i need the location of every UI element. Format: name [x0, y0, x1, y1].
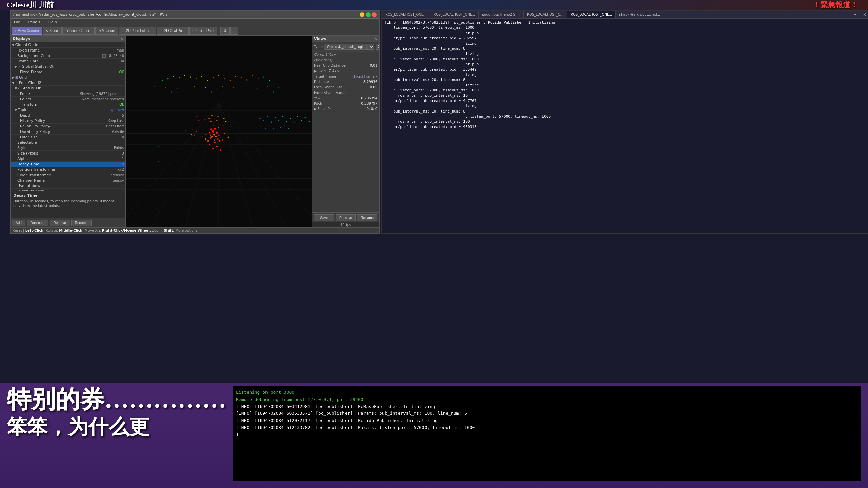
views-rename-button[interactable]: Rename	[357, 214, 377, 221]
tree-alpha[interactable]: Alpha 1	[11, 156, 125, 162]
views-panel-close[interactable]: ✕	[374, 37, 377, 41]
rviz-close-button[interactable]	[372, 12, 377, 17]
tree-arrow-global[interactable]: ▼	[12, 43, 15, 47]
terminal-tab-5[interactable]: ROS_LOCALHOST_ONL...	[567, 11, 616, 19]
svg-rect-72	[192, 129, 193, 130]
terminal-content[interactable]: [INFO] [1694700273.745823139] [pc_publis…	[382, 19, 868, 233]
tree-decay-time[interactable]: Decay Time 0	[11, 162, 125, 167]
tree-arrow-pc2-status[interactable]: ▼	[15, 86, 17, 90]
terminal-close[interactable]: ✕	[863, 12, 866, 17]
tool-select[interactable]: ↖ Select	[43, 27, 62, 35]
tool-extra-1[interactable]: ⚙	[220, 27, 230, 35]
top-banner-right-text: ！緊急報道！	[810, 0, 861, 10]
tree-reliability-policy[interactable]: Reliability Policy Best Effort	[11, 124, 125, 129]
svg-point-122	[259, 118, 260, 119]
tree-topic-main[interactable]: ▼ Topic /pc_raw	[11, 107, 125, 113]
tree-arrow-status[interactable]: ▶	[15, 65, 17, 68]
tree-size-pixels[interactable]: Size (Pixels) 3	[11, 151, 125, 156]
tree-selectable[interactable]: Selectable	[11, 140, 125, 145]
tree-value-pc2-transform: Ok	[119, 103, 124, 106]
views-prop-invert-z[interactable]: ▶ Invert Z Axis	[312, 68, 379, 74]
tree-pc2-points2[interactable]: Points 6229 messages received	[11, 97, 125, 102]
views-prop-focal-size[interactable]: Focal Shape Size 0.05	[312, 85, 379, 90]
tree-fixed-frame-ok[interactable]: Fixed Frame OK	[11, 69, 125, 75]
terminal-tab-4[interactable]: ROS_LOCALHOST_C...	[524, 11, 567, 19]
btn-remove[interactable]: Remove	[50, 220, 70, 226]
tree-grid[interactable]: ▶ ⊞ Grid	[11, 75, 125, 80]
tree-global-options[interactable]: ▼ Global Options	[11, 42, 125, 48]
viewport-3d[interactable]	[126, 36, 312, 227]
tree-channel-name[interactable]: Channel Name intensity	[11, 178, 125, 183]
terminal-maximize[interactable]: □	[860, 12, 862, 17]
svg-rect-85	[189, 128, 190, 128]
svg-rect-93	[214, 113, 216, 113]
views-prop-focal-point[interactable]: ▶ Focal Point 0; 0; 0	[312, 106, 379, 112]
tool-2d-pose[interactable]: → 2D Pose Estimate	[119, 27, 156, 35]
btn-duplicate[interactable]: Duplicate	[27, 220, 48, 226]
tree-value-decay-time: 0	[122, 162, 124, 166]
terminal-tab-6[interactable]: shiroki@srk-ubt-..:/rad...	[616, 11, 664, 19]
svg-point-109	[214, 128, 216, 130]
tool-move-camera[interactable]: ↕ Move Camera	[12, 27, 42, 35]
tree-style[interactable]: Style Points	[11, 145, 125, 151]
views-type-select[interactable]: Orbit (rviz_default_plugins)	[324, 44, 374, 50]
menu-file[interactable]: File	[12, 19, 22, 25]
tree-arrow-pc2[interactable]: ▼	[12, 81, 15, 85]
tree-depth[interactable]: Depth 5	[11, 113, 125, 118]
views-prop-pitch[interactable]: Pitch 0.539797	[312, 101, 379, 106]
tree-position-transformer[interactable]: Position Transformer XYZ	[11, 167, 125, 172]
tree-global-status[interactable]: ▶ ✓ Global Status: Ok	[11, 64, 125, 69]
displays-panel-close[interactable]: ✕	[120, 37, 123, 41]
tree-color-transformer[interactable]: Color Transformer Intensity	[11, 172, 125, 178]
tree-arrow-topic[interactable]: ▼	[15, 108, 17, 112]
tree-value-frame-rate: 30	[120, 59, 124, 63]
views-prop-focal-fixe[interactable]: Focal Shape Fixe...	[312, 90, 379, 96]
terminal-tab-2[interactable]: ROS_LOCALHOST_ONL...	[430, 11, 479, 19]
rviz-maximize-button[interactable]	[366, 12, 371, 17]
views-remove-button[interactable]: Remove	[336, 214, 356, 221]
tool-2d-goal[interactable]: → 2D Goal Pose	[157, 27, 189, 35]
views-prop-yaw[interactable]: Yaw 0.735394	[312, 96, 379, 101]
tree-fixed-frame[interactable]: Fixed Frame map	[11, 48, 125, 53]
tree-label-pc2: PointCloud2	[19, 81, 124, 85]
displays-tree[interactable]: ▼ Global Options Fixed Frame map Backgro…	[11, 42, 125, 191]
terminal-tab-1[interactable]: ROS_LOCALHOST_ONL...	[382, 11, 430, 19]
tree-pc2-points1[interactable]: Points Showing [19872] points from [1] .…	[11, 91, 125, 97]
views-label-focal-size: Focal Shape Size	[314, 85, 370, 89]
views-zero-button[interactable]: Zero	[376, 44, 379, 50]
btn-rename[interactable]: Rename	[71, 220, 92, 226]
svg-point-18	[167, 78, 169, 79]
views-prop-target-frame[interactable]: Target Frame <Fixed Frame>	[312, 74, 379, 79]
menu-help[interactable]: Help	[46, 19, 59, 25]
tree-bg-color[interactable]: Background Color 48; 48; 48	[11, 53, 125, 59]
btn-add[interactable]: Add	[12, 220, 25, 226]
tree-use-rainbow[interactable]: Use rainbow ✓	[11, 183, 125, 189]
terminal-tab-3[interactable]: sudo ./ptp-li-eno2-S-...	[479, 11, 524, 19]
displays-panel: Displays ✕ ▼ Global Options Fixed Frame …	[11, 36, 126, 227]
svg-point-125	[271, 122, 272, 123]
tree-durability-policy[interactable]: Durability Policy Volatile	[11, 129, 125, 135]
tree-label-frame-rate: Frame Rate	[17, 59, 120, 63]
svg-point-71	[228, 136, 229, 138]
tree-arrow-grid[interactable]: ▶	[12, 76, 15, 79]
rviz-minimize-button[interactable]	[360, 12, 364, 17]
tool-extra-2[interactable]: –	[230, 27, 238, 35]
menu-panels[interactable]: Panels	[26, 19, 42, 25]
views-save-button[interactable]: Save	[314, 214, 334, 221]
tool-focus-camera[interactable]: ⊙ Focus Camera	[62, 27, 94, 35]
tree-filter-size[interactable]: Filter size 10	[11, 135, 125, 140]
tool-measure[interactable]: ⇔ Measure	[95, 27, 118, 35]
terminal-new-tab[interactable]: +	[854, 12, 856, 17]
svg-rect-81	[181, 126, 182, 126]
tree-pc2-transform[interactable]: Transform Ok	[11, 102, 125, 107]
tree-history-policy[interactable]: History Policy Keep Last	[11, 118, 125, 124]
tree-label-alpha: Alpha	[17, 157, 122, 161]
tree-pointcloud2[interactable]: ▼ ✓ PointCloud2	[11, 80, 125, 86]
tree-value-size-pixels: 3	[122, 151, 124, 155]
tree-frame-rate[interactable]: Frame Rate 30	[11, 59, 125, 64]
terminal-minimize[interactable]: –	[857, 12, 859, 17]
views-prop-near-clip[interactable]: Near Clip Distance 0.01	[312, 63, 379, 68]
tree-pc2-status[interactable]: ▼ ✓ Status: Ok	[11, 86, 125, 91]
tool-publish-point[interactable]: • Publish Point	[189, 27, 217, 35]
views-prop-distance[interactable]: Distance 8.29936	[312, 79, 379, 85]
